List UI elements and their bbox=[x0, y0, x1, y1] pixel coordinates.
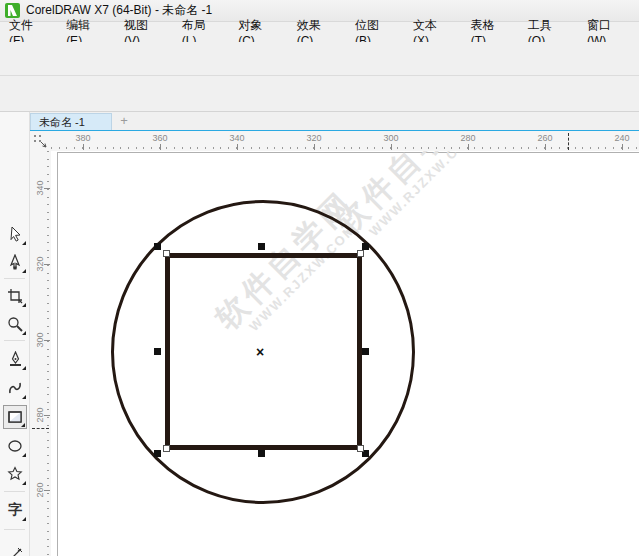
flyout-arrow-icon bbox=[22, 517, 26, 521]
hruler-label: 380 bbox=[75, 133, 90, 143]
parallel-dimension-tool[interactable] bbox=[3, 543, 27, 556]
hruler-label: 360 bbox=[152, 133, 167, 143]
flyout-arrow-icon bbox=[22, 481, 26, 485]
flyout-arrow-icon bbox=[22, 366, 26, 370]
hruler-major-tick bbox=[83, 144, 84, 150]
property-bar: X: -334.348 mm Y: 295.692 mm 51.329 mm 5… bbox=[0, 76, 639, 112]
selection-handle-bottom-left[interactable] bbox=[154, 450, 161, 457]
document-tab[interactable]: 未命名 -1 bbox=[30, 113, 112, 131]
vruler-major-tick bbox=[44, 490, 50, 491]
toolbox: 字 bbox=[0, 112, 30, 556]
text-tool[interactable]: 字 bbox=[3, 498, 27, 522]
hruler-major-tick bbox=[391, 144, 392, 150]
hruler-major-tick bbox=[160, 144, 161, 150]
vruler-mouse-position-marker bbox=[32, 428, 49, 429]
horizontal-ruler[interactable]: 380 360 340 320 300 280 260 240 bbox=[51, 131, 639, 151]
flyout-arrow-icon bbox=[22, 453, 26, 457]
menu-bar: 文件(F) 编辑(E) 视图(V) 布局(L) 对象(C) 效果(C) 位图(B… bbox=[0, 22, 639, 42]
pick-tool[interactable] bbox=[3, 222, 27, 246]
hruler-label: 300 bbox=[383, 133, 398, 143]
text-tool-glyph: 字 bbox=[8, 501, 22, 519]
toolbox-separator bbox=[4, 340, 25, 341]
corner-node-top-right[interactable] bbox=[357, 250, 364, 257]
hruler-major-tick bbox=[622, 144, 623, 150]
drawing-canvas[interactable]: 软件自学网 WWW.RJZXW.COM 软件自学网 WWW.RJZXW.COM … bbox=[51, 151, 639, 556]
flyout-arrow-icon bbox=[22, 303, 26, 307]
hruler-major-tick bbox=[468, 144, 469, 150]
toolbox-separator bbox=[4, 529, 25, 530]
corner-node-top-left[interactable] bbox=[163, 250, 170, 257]
coreldraw-window: CorelDRAW X7 (64-Bit) - 未命名 -1 文件(F) 编辑(… bbox=[0, 0, 639, 556]
hruler-mouse-position-marker bbox=[568, 133, 569, 150]
page-border-top bbox=[57, 152, 639, 153]
selection-handle-top-left[interactable] bbox=[154, 243, 161, 250]
new-document-tab-button[interactable]: + bbox=[116, 115, 132, 129]
hruler-label: 320 bbox=[306, 133, 321, 143]
artistic-media-tool[interactable] bbox=[3, 347, 27, 371]
vertical-ruler[interactable]: 340 320 300 280 260 bbox=[30, 151, 51, 556]
hruler-major-tick bbox=[237, 144, 238, 150]
hruler-major-tick bbox=[545, 144, 546, 150]
rectangle-tool[interactable] bbox=[3, 405, 27, 429]
polygon-tool[interactable] bbox=[3, 462, 27, 486]
toolbox-separator bbox=[4, 278, 25, 279]
toolbox-separator bbox=[4, 491, 25, 492]
zoom-tool[interactable] bbox=[3, 312, 27, 336]
hruler-label: 280 bbox=[460, 133, 475, 143]
flyout-arrow-icon bbox=[22, 241, 26, 245]
flyout-arrow-icon bbox=[22, 395, 26, 399]
hruler-minor-ticks bbox=[51, 147, 639, 149]
corner-node-bottom-right[interactable] bbox=[357, 445, 364, 452]
selection-center-marker[interactable]: × bbox=[256, 344, 264, 360]
shape-tool[interactable] bbox=[3, 250, 27, 274]
flyout-arrow-icon bbox=[22, 269, 26, 273]
hruler-label: 260 bbox=[537, 133, 552, 143]
flyout-arrow-icon bbox=[21, 423, 25, 427]
vruler-major-tick bbox=[44, 264, 50, 265]
freehand-tool[interactable] bbox=[3, 376, 27, 400]
vruler-major-tick bbox=[44, 340, 50, 341]
crop-tool[interactable] bbox=[3, 284, 27, 308]
selection-handle-top-right[interactable] bbox=[362, 243, 369, 250]
selection-handle-middle-left[interactable] bbox=[154, 348, 161, 355]
standard-toolbar: 100% bbox=[0, 42, 639, 76]
corner-node-bottom-left[interactable] bbox=[163, 445, 170, 452]
document-tab-label: 未命名 -1 bbox=[39, 115, 85, 130]
selection-handle-middle-right[interactable] bbox=[362, 348, 369, 355]
selection-handle-top-middle[interactable] bbox=[258, 243, 265, 250]
vruler-minor-ticks bbox=[47, 151, 49, 556]
hruler-label: 340 bbox=[229, 133, 244, 143]
document-tab-bar: 未命名 -1 + bbox=[28, 112, 639, 131]
ellipse-tool[interactable] bbox=[3, 434, 27, 458]
selection-handle-bottom-middle[interactable] bbox=[258, 450, 265, 457]
page-border-left bbox=[57, 152, 58, 556]
ruler-origin-button[interactable] bbox=[30, 131, 51, 151]
flyout-arrow-icon bbox=[22, 331, 26, 335]
hruler-label: 240 bbox=[614, 133, 629, 143]
vruler-major-tick bbox=[44, 188, 50, 189]
vruler-major-tick bbox=[44, 415, 50, 416]
hruler-major-tick bbox=[314, 144, 315, 150]
